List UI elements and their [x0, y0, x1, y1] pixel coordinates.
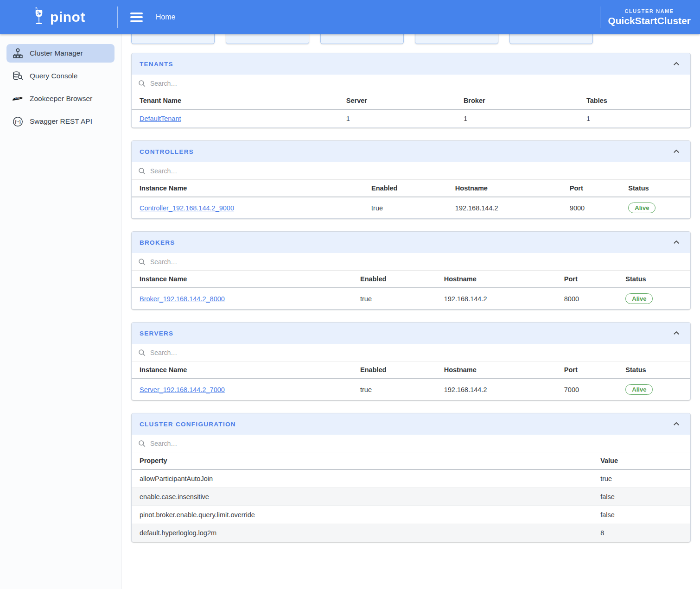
tenant-name-link[interactable]: DefaultTenant: [140, 115, 181, 122]
cell-port: 9000: [562, 197, 621, 218]
instance-name-link[interactable]: Controller_192.168.144.2_9000: [140, 204, 234, 212]
servers-section: SERVERS Instance Name Enabled Hostname P…: [131, 322, 691, 400]
tenants-search-row: [132, 75, 690, 92]
table-header-row: Instance Name Enabled Hostname Port Stat…: [132, 361, 690, 379]
brokers-table: Instance Name Enabled Hostname Port Stat…: [132, 271, 690, 309]
zookeeper-icon: ZOO: [12, 93, 24, 105]
sidebar: Cluster Manager Query Console ZOO Zookee…: [0, 34, 121, 589]
cell-value: true: [592, 469, 690, 488]
topbar: pinot Home CLUSTER NAME QuickStartCluste…: [0, 0, 700, 34]
cluster-name-value: QuickStartCluster: [608, 15, 691, 26]
search-icon: [138, 258, 146, 266]
table-row: allowParticipantAutoJoin true: [132, 469, 690, 488]
sidebar-item-label: Zookeeper Browser: [30, 95, 92, 103]
servers-section-header: SERVERS: [132, 323, 690, 344]
controllers-search-row: [132, 162, 690, 180]
brand[interactable]: pinot: [0, 6, 117, 28]
sidebar-item-label: Swagger REST API: [30, 117, 92, 126]
cell-property: enable.case.insensitive: [132, 488, 592, 506]
table-row: Broker_192.168.144.2_8000 true 192.168.1…: [132, 288, 690, 309]
collapse-section-button[interactable]: [670, 58, 682, 70]
column-header: Broker: [456, 92, 579, 109]
cell-property: pinot.broker.enable.query.limit.override: [132, 506, 592, 524]
cluster-name-label: CLUSTER NAME: [608, 8, 691, 14]
collapse-section-button[interactable]: [670, 418, 682, 430]
sidebar-item-zookeeper-browser[interactable]: ZOO Zookeeper Browser: [6, 89, 115, 108]
sidebar-item-cluster-manager[interactable]: Cluster Manager: [6, 44, 115, 63]
sidebar-item-label: Cluster Manager: [30, 49, 83, 57]
column-header: Enabled: [352, 361, 436, 379]
config-search-row: [132, 435, 690, 452]
hamburger-icon[interactable]: [130, 13, 143, 22]
nav-home-link[interactable]: Home: [156, 13, 176, 21]
table-row: pinot.broker.enable.query.limit.override…: [132, 506, 690, 524]
config-search-input[interactable]: [150, 440, 684, 447]
sidebar-item-query-console[interactable]: Query Console: [6, 67, 115, 85]
instance-name-link[interactable]: Server_192.168.144.2_7000: [140, 386, 225, 393]
column-header: Port: [562, 180, 621, 197]
cluster-configuration-section-header: CLUSTER CONFIGURATION: [132, 413, 690, 435]
column-header: Value: [592, 452, 690, 469]
svg-text:ZOO: ZOO: [15, 97, 20, 100]
tenants-table: Tenant Name Server Broker Tables Default…: [132, 92, 690, 127]
chevron-up-icon: [672, 420, 681, 428]
search-icon: [138, 348, 146, 357]
servers-search-input[interactable]: [150, 349, 684, 356]
collapse-section-button[interactable]: [670, 236, 682, 248]
column-header: Status: [617, 271, 690, 288]
column-header: Property: [132, 452, 592, 469]
status-badge: Alive: [628, 203, 655, 213]
column-header: Instance Name: [132, 180, 363, 197]
column-header: Hostname: [436, 271, 556, 288]
instance-name-link[interactable]: Broker_192.168.144.2_8000: [140, 295, 225, 303]
cell-value: false: [592, 506, 690, 524]
status-badge: Alive: [625, 293, 653, 304]
table-header-row: Property Value: [132, 452, 690, 469]
collapse-section-button[interactable]: [670, 146, 682, 158]
cluster-name-block: CLUSTER NAME QuickStartCluster: [600, 8, 700, 26]
controllers-search-input[interactable]: [150, 167, 684, 175]
brokers-section-header: BROKERS: [132, 232, 690, 253]
chevron-up-icon: [672, 329, 681, 337]
chevron-up-icon: [672, 238, 681, 247]
brokers-search-input[interactable]: [150, 258, 684, 266]
section-title: CONTROLLERS: [140, 148, 194, 155]
cell-port: 8000: [556, 288, 618, 309]
search-icon: [138, 167, 146, 175]
config-table: Property Value allowParticipantAutoJoin …: [132, 452, 690, 542]
cell-server: 1: [338, 109, 456, 127]
tenants-section-header: TENANTS: [132, 53, 690, 75]
cell-enabled: true: [352, 379, 436, 400]
chevron-up-icon: [672, 60, 681, 68]
table-row: default.hyperloglog.log2m 8: [132, 524, 690, 542]
cell-hostname: 192.168.144.2: [436, 288, 556, 309]
sidebar-item-swagger-rest-api[interactable]: {··} Swagger REST API: [6, 112, 115, 131]
column-header: Instance Name: [132, 361, 352, 379]
controllers-section: CONTROLLERS Instance Name Enabled Hostna…: [131, 140, 691, 219]
cell-tables: 1: [579, 109, 690, 127]
column-header: Instance Name: [132, 271, 352, 288]
table-row: Controller_192.168.144.2_9000 true 192.1…: [132, 197, 690, 218]
collapse-section-button[interactable]: [670, 327, 682, 339]
table-row: DefaultTenant 1 1 1: [132, 109, 690, 127]
column-header: Port: [556, 271, 618, 288]
table-row: enable.case.insensitive false: [132, 488, 690, 506]
column-header: Enabled: [352, 271, 436, 288]
cluster-hierarchy-icon: [12, 47, 24, 59]
sidebar-item-label: Query Console: [30, 72, 77, 80]
tenants-section: TENANTS Tenant Name Server Broker Tables…: [131, 53, 691, 128]
search-icon: [138, 439, 146, 448]
tenants-search-input[interactable]: [150, 80, 684, 87]
topbar-divider: [117, 6, 118, 28]
cell-property: allowParticipantAutoJoin: [132, 469, 592, 488]
cell-property: default.hyperloglog.log2m: [132, 524, 592, 542]
table-header-row: Instance Name Enabled Hostname Port Stat…: [132, 271, 690, 288]
section-title: CLUSTER CONFIGURATION: [140, 421, 236, 428]
cell-hostname: 192.168.144.2: [447, 197, 562, 218]
search-icon: [138, 79, 146, 88]
cell-value: 8: [592, 524, 690, 542]
brokers-search-row: [132, 253, 690, 271]
cell-broker: 1: [456, 109, 579, 127]
column-header: Hostname: [436, 361, 556, 379]
cluster-configuration-section: CLUSTER CONFIGURATION Property Value all…: [131, 413, 691, 542]
